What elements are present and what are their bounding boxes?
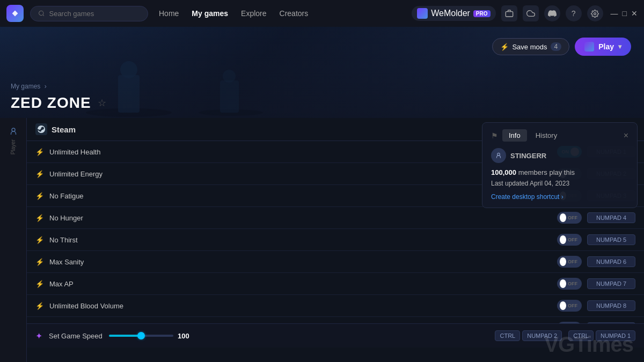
mod-toggle[interactable]: OFF bbox=[557, 234, 582, 246]
bolt-icon: ⚡ bbox=[35, 258, 44, 266]
svg-rect-1 bbox=[506, 12, 513, 17]
mod-name: Unlimited Energy bbox=[49, 170, 552, 178]
discord-button[interactable] bbox=[544, 5, 560, 21]
svg-point-2 bbox=[594, 12, 596, 14]
navbar: Home My games Explore Creators WeMolder … bbox=[0, 0, 644, 27]
mod-row: ⚡Max SanityOFFNUMPAD 6 bbox=[27, 251, 644, 273]
game-header-bg: My games › ZED ZONE ☆ ⚡ Save mods 4 Play… bbox=[0, 27, 644, 118]
ctrl-key-1: CTRL bbox=[495, 330, 520, 341]
close-button[interactable]: ✕ bbox=[631, 9, 638, 18]
save-mods-label: Save mods bbox=[512, 43, 547, 51]
svg-point-8 bbox=[223, 70, 236, 83]
mod-toggle[interactable]: OFF bbox=[557, 256, 582, 268]
mod-name: No Hunger bbox=[49, 214, 552, 222]
mod-row: ⚡No HungerOFFNUMPAD 4 bbox=[27, 207, 644, 229]
nav-explore[interactable]: Explore bbox=[241, 9, 266, 18]
pro-badge: PRO bbox=[473, 10, 491, 17]
app-logo[interactable] bbox=[6, 5, 24, 22]
info-panel: ⚑ Info History × STINGERR 100,000 member… bbox=[482, 122, 638, 208]
breadcrumb-parent[interactable]: My games bbox=[11, 83, 40, 90]
content-body: Player Steam ⚡Unlimited HealthONNUMPAD 1… bbox=[0, 118, 644, 362]
breadcrumb: My games › bbox=[11, 83, 633, 90]
mod-row: ⚡Stable Body TemperatureOFFNUMPAD 9 bbox=[27, 317, 644, 323]
search-icon bbox=[38, 10, 45, 17]
window-controls: — □ ✕ bbox=[611, 9, 638, 18]
svg-point-0 bbox=[39, 11, 43, 15]
bolt-icon: ⚡ bbox=[35, 280, 44, 288]
wemodder-logo bbox=[417, 8, 428, 19]
history-tab[interactable]: History bbox=[529, 129, 564, 142]
bolt-icon: ⚡ bbox=[35, 148, 44, 156]
mod-row: ⚡No ThirstOFFNUMPAD 5 bbox=[27, 229, 644, 251]
platform-name: Steam bbox=[52, 125, 76, 134]
last-updated: Last updated April 04, 2023 bbox=[491, 180, 628, 187]
nav-home[interactable]: Home bbox=[159, 9, 179, 18]
nav-my-games[interactable]: My games bbox=[192, 9, 228, 18]
steam-icon bbox=[35, 123, 47, 135]
game-title-row: ZED ZONE ☆ bbox=[11, 94, 633, 112]
numpad-key: NUMPAD 7 bbox=[587, 278, 635, 289]
player-icon[interactable] bbox=[9, 127, 18, 136]
numpad-key: NUMPAD 6 bbox=[587, 256, 635, 267]
mod-row: ⚡Max APOFFNUMPAD 7 bbox=[27, 273, 644, 295]
info-tabs: ⚑ Info History bbox=[491, 129, 564, 142]
mod-name: No Thirst bbox=[49, 236, 552, 244]
mod-toggle[interactable]: OFF bbox=[557, 278, 582, 290]
bolt-icon: ⚡ bbox=[35, 302, 44, 310]
mod-row: ⚡Unlimited Blood VolumeOFFNUMPAD 8 bbox=[27, 295, 644, 317]
desktop-shortcut-link[interactable]: Create desktop shortcut › bbox=[491, 193, 564, 201]
svg-point-9 bbox=[12, 128, 15, 131]
slider-container: 100 bbox=[109, 332, 488, 340]
search-box[interactable] bbox=[30, 6, 148, 21]
mod-toggle[interactable]: OFF bbox=[557, 300, 582, 312]
info-tab[interactable]: Info bbox=[502, 129, 527, 142]
mod-name: Max AP bbox=[49, 280, 552, 288]
info-panel-header: ⚑ Info History × bbox=[491, 129, 628, 142]
speed-icon: ✦ bbox=[35, 331, 42, 341]
bolt-icon: ⚡ bbox=[35, 236, 44, 244]
speed-label: Set Game Speed bbox=[49, 332, 103, 340]
speed-control-row: ✦ Set Game Speed 100 CTRL NUMPAD 2 CTRL … bbox=[27, 323, 644, 348]
sidebar-player-section: Player bbox=[9, 127, 18, 154]
numpad1-key: NUMPAD 1 bbox=[596, 330, 635, 341]
search-input[interactable] bbox=[49, 10, 140, 18]
creator-row: STINGERR bbox=[491, 148, 628, 163]
play-chevron-icon: ▾ bbox=[618, 43, 621, 50]
header-actions: ⚡ Save mods 4 Play ▾ bbox=[492, 38, 631, 56]
speed-slider[interactable] bbox=[109, 335, 173, 337]
bolt-icon: ⚡ bbox=[35, 214, 44, 222]
save-mods-count: 4 bbox=[551, 42, 562, 51]
mod-name: Unlimited Health bbox=[49, 148, 552, 156]
inventory-button[interactable] bbox=[501, 5, 517, 21]
flag-icon: ⚑ bbox=[491, 131, 498, 140]
speed-key-decrease: CTRL NUMPAD 2 bbox=[495, 330, 562, 341]
mod-name: Unlimited Blood Volume bbox=[49, 302, 552, 310]
user-badge[interactable]: WeMolder PRO bbox=[412, 6, 495, 21]
members-count: 100,000 members play this bbox=[491, 168, 628, 176]
mod-toggle[interactable]: OFF bbox=[557, 212, 582, 224]
help-button[interactable]: ? bbox=[566, 5, 582, 21]
bolt-icon: ⚡ bbox=[500, 43, 509, 51]
speed-key-increase: CTRL NUMPAD 1 bbox=[568, 330, 635, 341]
nav-creators[interactable]: Creators bbox=[280, 9, 309, 18]
numpad-key: NUMPAD 4 bbox=[587, 212, 635, 223]
numpad-key: NUMPAD 8 bbox=[587, 300, 635, 311]
left-sidebar: Player bbox=[0, 118, 27, 362]
user-name: WeMolder bbox=[431, 9, 470, 18]
close-info-panel-button[interactable]: × bbox=[624, 131, 628, 141]
breadcrumb-sep: › bbox=[45, 83, 47, 90]
svg-point-5 bbox=[120, 61, 137, 78]
minimize-button[interactable]: — bbox=[611, 9, 618, 18]
maximize-button[interactable]: □ bbox=[623, 9, 627, 18]
mod-name: Max Sanity bbox=[49, 258, 552, 266]
favorite-star[interactable]: ☆ bbox=[98, 97, 106, 109]
bolt-icon: ⚡ bbox=[35, 192, 44, 200]
save-mods-button[interactable]: ⚡ Save mods 4 bbox=[492, 38, 569, 55]
settings-button[interactable] bbox=[587, 5, 603, 21]
numpad-key: NUMPAD 5 bbox=[587, 234, 635, 245]
cloud-button[interactable] bbox=[523, 5, 539, 21]
game-title: ZED ZONE bbox=[11, 94, 91, 112]
navbar-right: WeMolder PRO ? — □ ✕ bbox=[412, 5, 638, 21]
play-button[interactable]: Play ▾ bbox=[575, 38, 631, 56]
nav-links: Home My games Explore Creators bbox=[159, 9, 308, 18]
